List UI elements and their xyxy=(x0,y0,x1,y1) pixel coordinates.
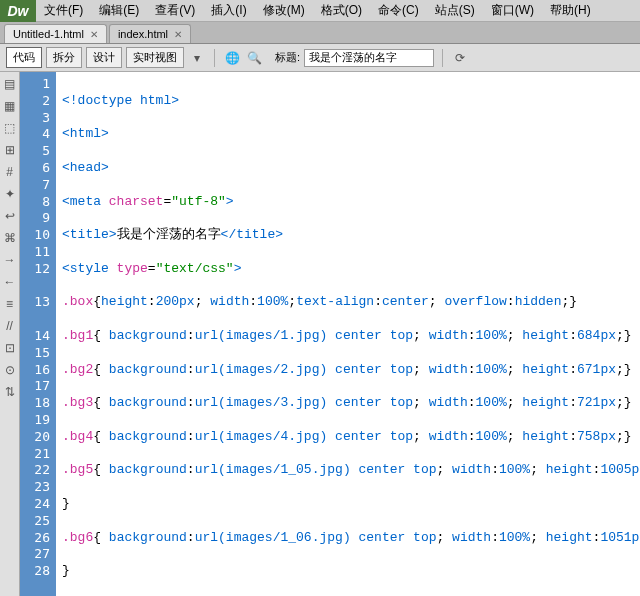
menu-file[interactable]: 文件(F) xyxy=(36,2,91,19)
app-logo: Dw xyxy=(0,0,36,22)
menu-modify[interactable]: 修改(M) xyxy=(255,2,313,19)
wrap-icon[interactable]: ↩ xyxy=(2,208,18,224)
collapse-icon[interactable]: ▤ xyxy=(2,76,18,92)
snippet-icon[interactable]: ⊡ xyxy=(2,340,18,356)
close-icon[interactable]: ✕ xyxy=(90,29,98,40)
view-live-button[interactable]: 实时视图 xyxy=(126,47,184,68)
menu-edit[interactable]: 编辑(E) xyxy=(91,2,147,19)
menu-commands[interactable]: 命令(C) xyxy=(370,2,427,19)
inspect-icon[interactable]: 🔍 xyxy=(245,49,263,67)
globe-icon[interactable]: 🌐 xyxy=(223,49,241,67)
syntax-icon[interactable]: ⌘ xyxy=(2,230,18,246)
menu-window[interactable]: 窗口(W) xyxy=(483,2,542,19)
menu-insert[interactable]: 插入(I) xyxy=(203,2,254,19)
tab-untitled[interactable]: Untitled-1.html ✕ xyxy=(4,24,107,43)
refresh-icon[interactable]: ⟳ xyxy=(451,49,469,67)
balance-icon[interactable]: ⊞ xyxy=(2,142,18,158)
separator xyxy=(442,49,443,67)
code-editor[interactable]: <!doctype html> <html> <head> <meta char… xyxy=(56,72,640,596)
line-gutter: 1234567891011121314151617181920212223242… xyxy=(20,72,56,596)
tab-bar: Untitled-1.html ✕ index.html ✕ xyxy=(0,22,640,44)
recent-icon[interactable]: ⊙ xyxy=(2,362,18,378)
menu-help[interactable]: 帮助(H) xyxy=(542,2,599,19)
highlight-icon[interactable]: ✦ xyxy=(2,186,18,202)
view-split-button[interactable]: 拆分 xyxy=(46,47,82,68)
separator xyxy=(214,49,215,67)
document-toolbar: 代码 拆分 设计 实时视图 ▾ 🌐 🔍 标题: ⟳ xyxy=(0,44,640,72)
move-icon[interactable]: ⇅ xyxy=(2,384,18,400)
tab-index[interactable]: index.html ✕ xyxy=(109,24,191,43)
menu-view[interactable]: 查看(V) xyxy=(147,2,203,19)
format-icon[interactable]: ≡ xyxy=(2,296,18,312)
menu-site[interactable]: 站点(S) xyxy=(427,2,483,19)
line-numbers-icon[interactable]: # xyxy=(2,164,18,180)
menu-format[interactable]: 格式(O) xyxy=(313,2,370,19)
menu-bar: Dw 文件(F) 编辑(E) 查看(V) 插入(I) 修改(M) 格式(O) 命… xyxy=(0,0,640,22)
select-parent-icon[interactable]: ⬚ xyxy=(2,120,18,136)
view-design-button[interactable]: 设计 xyxy=(86,47,122,68)
dropdown-icon[interactable]: ▾ xyxy=(188,49,206,67)
expand-icon[interactable]: ▦ xyxy=(2,98,18,114)
title-input[interactable] xyxy=(304,49,434,67)
tab-label: index.html xyxy=(118,28,168,40)
outdent-icon[interactable]: ← xyxy=(2,274,18,290)
close-icon[interactable]: ✕ xyxy=(174,29,182,40)
comment-icon[interactable]: // xyxy=(2,318,18,334)
editor-area: ▤ ▦ ⬚ ⊞ # ✦ ↩ ⌘ → ← ≡ // ⊡ ⊙ ⇅ 123456789… xyxy=(0,72,640,596)
title-label: 标题: xyxy=(275,50,300,65)
code-side-toolbar: ▤ ▦ ⬚ ⊞ # ✦ ↩ ⌘ → ← ≡ // ⊡ ⊙ ⇅ xyxy=(0,72,20,596)
tab-label: Untitled-1.html xyxy=(13,28,84,40)
view-code-button[interactable]: 代码 xyxy=(6,47,42,68)
indent-icon[interactable]: → xyxy=(2,252,18,268)
